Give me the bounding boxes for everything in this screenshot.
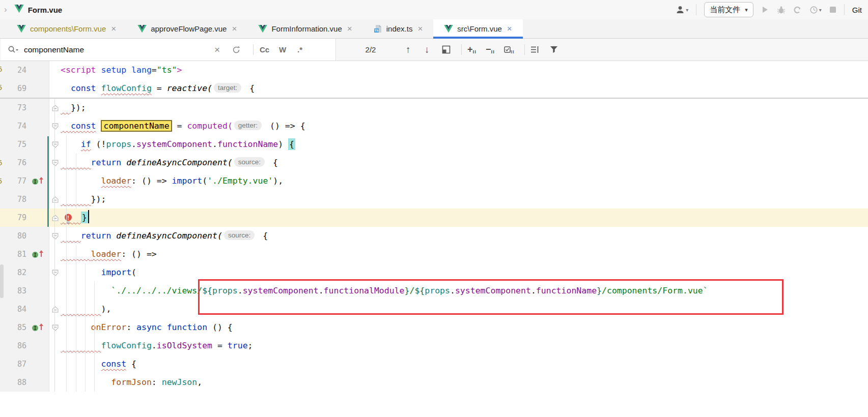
gutter[interactable]: 82	[0, 263, 49, 282]
code-token: const	[71, 121, 96, 131]
gutter[interactable]: 85I	[0, 318, 49, 337]
editor-tab[interactable]: src\Form.vue×	[433, 19, 522, 38]
editor-tab[interactable]: components\Form.vue×	[6, 19, 127, 38]
code-token: newJson	[162, 377, 198, 387]
gutter[interactable]: 83	[0, 282, 49, 300]
code-text[interactable]: const componentName = computed(getter: (…	[61, 117, 868, 135]
code-token: return	[91, 158, 122, 167]
tab-close-icon[interactable]: ×	[417, 24, 423, 33]
fold-marker-icon[interactable]	[49, 300, 61, 318]
editor-tab-bar: components\Form.vue×approveFlowPage.vue×…	[0, 19, 868, 39]
code-text[interactable]: <script setup lang="ts">	[61, 61, 868, 79]
select-all-occurrences-icon[interactable]: II	[504, 39, 514, 61]
gutter[interactable]: 88	[0, 373, 49, 392]
code-text[interactable]: return defineAsyncComponent(source: {	[61, 154, 868, 172]
tab-close-icon[interactable]: ×	[507, 24, 512, 33]
gutter[interactable]: 69	[0, 79, 49, 98]
code-text[interactable]: loader: () => import('./Empty.vue'),	[61, 172, 868, 190]
stop-icon[interactable]	[829, 6, 836, 13]
whole-words-toggle[interactable]: W	[279, 39, 286, 61]
gutter[interactable]: 86	[0, 337, 49, 355]
search-icon[interactable]	[8, 39, 19, 61]
editor-tab[interactable]: TSindex.ts×	[363, 19, 434, 38]
code-text[interactable]: onError: async function () {	[61, 318, 868, 337]
code-text[interactable]: const {	[61, 355, 868, 373]
fold-marker-icon[interactable]	[49, 263, 61, 282]
fold-gutter	[49, 373, 61, 392]
code-text[interactable]: });	[61, 190, 868, 208]
code-token: setup	[101, 65, 126, 75]
fold-marker-icon[interactable]	[49, 135, 61, 154]
search-query-text[interactable]: componentName	[24, 39, 84, 61]
gutter[interactable]: 24	[0, 61, 49, 79]
code-token: :	[152, 377, 162, 387]
gutter[interactable]: 81I	[0, 245, 49, 263]
implementation-arrow-icon[interactable]: I	[30, 323, 47, 332]
match-case-toggle[interactable]: Cc	[260, 39, 269, 61]
editor-tab[interactable]: FormInformation.vue×	[247, 19, 362, 38]
profiler-icon[interactable]: ▾	[809, 6, 822, 14]
coverage-icon[interactable]	[793, 6, 802, 14]
code-text[interactable]: ! }	[61, 208, 868, 227]
svg-text:!: !	[67, 215, 69, 221]
gutter[interactable]: 75	[0, 135, 49, 154]
regex-toggle[interactable]: .*	[297, 39, 302, 61]
code-text[interactable]: formJson: newJson,	[61, 373, 868, 392]
run-button[interactable]	[761, 6, 769, 14]
tab-close-icon[interactable]: ×	[232, 24, 237, 33]
code-token: });	[71, 103, 86, 112]
tab-close-icon[interactable]: ×	[347, 24, 352, 33]
user-profile-button[interactable]: ▾	[676, 5, 688, 14]
gutter[interactable]: 77I	[0, 172, 49, 190]
filter-funnel-icon[interactable]	[550, 39, 558, 61]
vue-file-icon	[444, 25, 453, 33]
gutter[interactable]: 73	[0, 99, 49, 117]
brace-match-highlight: }	[81, 212, 88, 223]
next-match-icon[interactable]: ↓	[425, 39, 430, 61]
code-text[interactable]: return defineAsyncComponent(source: {	[61, 227, 868, 245]
code-text[interactable]: if (!props.systemComponent.functionName)…	[61, 135, 868, 154]
line-number: 87	[0, 360, 30, 369]
search-history-icon[interactable]	[232, 39, 241, 61]
svg-text:TS: TS	[374, 28, 378, 32]
gutter[interactable]: 78	[0, 190, 49, 208]
code-token: .	[131, 139, 136, 149]
fold-marker-icon[interactable]	[49, 190, 61, 208]
gutter[interactable]: 87	[0, 355, 49, 373]
previous-match-icon[interactable]: ↑	[406, 39, 411, 61]
fold-marker-icon[interactable]	[49, 117, 61, 135]
code-text[interactable]: loader: () =>	[61, 245, 868, 263]
gutter[interactable]: 79	[0, 208, 49, 227]
debug-icon[interactable]	[777, 6, 786, 14]
vcs-widget[interactable]: Git	[852, 6, 862, 14]
code-text[interactable]: const flowConfig = reactive(target: {	[61, 79, 868, 98]
code-token	[61, 231, 81, 241]
code-text[interactable]: });	[61, 99, 868, 117]
remove-occurrence-icon[interactable]: −II	[486, 39, 495, 61]
run-configuration-select[interactable]: 当前文件 ▾	[704, 2, 753, 17]
code-text[interactable]: flowConfig.isOldSystem = true;	[61, 337, 868, 355]
code-line-76: 76 return defineAsyncComponent(source: {	[0, 154, 868, 172]
clear-search-icon[interactable]: ×	[214, 39, 220, 61]
fold-marker-icon[interactable]	[49, 208, 61, 227]
fold-marker-icon[interactable]	[49, 227, 61, 245]
implementation-arrow-icon[interactable]: I	[30, 176, 47, 186]
fold-marker-icon[interactable]	[49, 318, 61, 337]
implementation-arrow-icon[interactable]: I	[30, 250, 47, 259]
filter-lines-icon[interactable]	[530, 39, 540, 61]
fold-marker-icon[interactable]	[49, 99, 61, 117]
gutter[interactable]: 76	[0, 154, 49, 172]
left-scrollbar-thumb[interactable]	[0, 264, 4, 298]
gutter[interactable]: 80	[0, 227, 49, 245]
breadcrumb-file-name[interactable]: Form.vue	[28, 6, 63, 14]
code-editor[interactable]: 24<script setup lang="ts">69 const flowC…	[0, 61, 868, 417]
add-occurrence-icon[interactable]: +II	[467, 39, 477, 61]
fold-marker-icon[interactable]	[49, 154, 61, 172]
editor-tab[interactable]: approveFlowPage.vue×	[127, 19, 247, 38]
open-in-find-window-icon[interactable]	[442, 39, 451, 61]
tab-close-icon[interactable]: ×	[111, 24, 116, 33]
gutter[interactable]: 84	[0, 300, 49, 318]
toolbar-separator	[844, 4, 845, 15]
gutter[interactable]: 74	[0, 117, 49, 135]
fold-region-line	[54, 99, 55, 392]
